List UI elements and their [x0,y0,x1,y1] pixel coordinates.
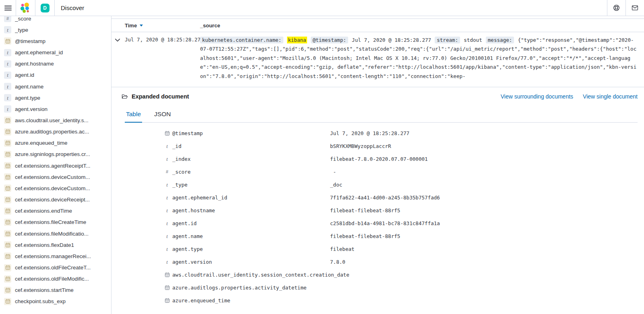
menu-button[interactable] [0,0,16,16]
field-label: cef.extensions.agentReceiptT... [15,163,91,169]
sidebar-field-item[interactable]: cef.extensions.oldFileCreateT... [0,262,111,273]
string-type-icon: t [164,208,170,213]
field-label: azure.signinlogs.properties.cr... [15,151,90,157]
doc-field-row: @timestampJul 7, 2020 @ 18:25:28.277 [111,127,644,140]
space-selector[interactable]: D [35,0,54,16]
doc-field-name: azure.auditlogs.properties.activity_date… [172,285,330,291]
highlighted-term: kibana [287,37,307,43]
sidebar-field-item[interactable]: cef.extensions.deviceReceipt... [0,194,111,205]
view-surrounding-documents-link[interactable]: View surrounding documents [501,93,573,100]
doc-field-value: Jul 7, 2020 @ 18:25:28.277 [330,130,409,136]
string-type-icon: t [164,182,170,187]
doc-field-name: agent.version [172,259,330,265]
sidebar-field-item[interactable]: cef.extensions.deviceCustom... [0,171,111,183]
source-text: stdout [464,37,482,43]
sidebar-field-item[interactable]: tagent.ephemeral_id [0,47,111,58]
tab-table[interactable]: Table [125,111,142,123]
doc-field-row: t_indexfilebeat-7.8.0-2020.07.07-000001 [111,152,644,165]
help-icon [613,4,620,11]
field-label: azure.auditlogs.properties.ac... [15,129,89,135]
doc-viewer-table: @timestampJul 7, 2020 @ 18:25:28.277t_id… [111,123,644,307]
doc-field-name: _index [172,156,330,162]
tab-json[interactable]: JSON [153,111,172,122]
doc-field-value: c2581dbd-b14a-4981-bc78-831c847ffa1a [330,220,440,226]
date-type-icon [4,37,11,45]
sidebar-field-item[interactable]: tagent.hostname [0,58,111,70]
sidebar-field-item[interactable]: cef.extensions.deviceCustom... [0,183,111,194]
sidebar-field-item[interactable]: azure.signinlogs.properties.cr... [0,149,111,160]
space-avatar: D [41,4,50,12]
folder-open-icon [122,93,128,100]
doc-field-row: tagent.ephemeral_id7f1fa622-4a41-4d00-a2… [111,191,644,204]
help-button[interactable] [607,0,625,16]
field-label: checkpoint.subs_exp [15,298,66,304]
discover-main: Time _source Jul 7, 2020 @ 18:25:28.277 … [111,16,644,314]
field-label: cef.extensions.deviceCustom... [15,174,90,180]
time-column-header[interactable]: Time [125,23,200,29]
date-type-icon [164,272,170,277]
doc-field-value: filebeat-filebeat-88rf5 [330,207,400,213]
doc-field-name: @timestamp [172,130,330,136]
elastic-logo[interactable] [16,0,35,16]
doc-field-row: tagent.idc2581dbd-b14a-4981-bc78-831c847… [111,217,644,230]
date-type-icon [4,173,11,181]
date-type-icon [4,252,11,260]
doc-field-value: - [330,169,336,175]
string-type-icon: t [4,60,11,68]
source-field-badge: stream: [435,37,460,43]
doc-field-name: _score [172,169,330,175]
field-label: agent.hostname [15,61,54,67]
doc-field-row: #_score - [111,165,644,178]
hamburger-icon [4,6,12,10]
sidebar-field-item[interactable]: t_type [0,24,111,35]
doc-field-name: agent.name [172,233,330,239]
sidebar-field-item[interactable]: tagent.id [0,70,111,81]
sidebar-field-item[interactable]: #_score [0,16,111,24]
sidebar-field-item[interactable]: cef.extensions.fileModificatio... [0,228,111,239]
collapse-row-button[interactable] [111,36,125,81]
time-header-label: Time [125,23,137,29]
string-type-icon: t [164,246,170,252]
view-single-document-link[interactable]: View single document [583,93,638,100]
string-type-icon: t [4,83,11,90]
field-label: cef.extensions.deviceCustom... [15,185,90,191]
sidebar-field-item[interactable]: cef.extensions.flexDate1 [0,239,111,250]
fields-sidebar: #_scoret_type@timestamptagent.ephemeral_… [0,16,111,314]
doc-field-name: agent.type [172,246,330,252]
string-type-icon: t [164,144,170,149]
sidebar-field-item[interactable]: cef.extensions.managerRecei... [0,250,111,262]
newsfeed-button[interactable] [626,0,644,16]
sidebar-field-item[interactable]: azure.auditlogs.properties.ac... [0,126,111,138]
date-type-icon [4,287,11,294]
sidebar-field-item[interactable]: azure.enqueued_time [0,138,111,149]
sidebar-field-item[interactable]: tagent.version [0,103,111,115]
sidebar-field-item[interactable]: aws.cloudtrail.user_identity.s... [0,115,111,126]
document-row: Jul 7, 2020 @ 18:25:28.277 kubernetes.co… [111,32,644,87]
doc-field-row: tagent.namefilebeat-filebeat-88rf5 [111,230,644,242]
field-label: cef.extensions.fileModificatio... [15,231,89,237]
number-type-icon: # [4,16,11,22]
date-type-icon [4,207,11,215]
sidebar-field-item[interactable]: cef.extensions.fileCreateTime [0,217,111,228]
document-time-cell: Jul 7, 2020 @ 18:25:28.277 [125,36,200,81]
sidebar-field-item[interactable]: tagent.name [0,81,111,92]
doc-field-value: 7f1fa622-4a41-4d00-a245-8b35b757fad6 [330,195,440,201]
doc-field-value: filebeat-filebeat-88rf5 [330,233,400,239]
field-label: cef.extensions.startTime [15,287,74,293]
doc-field-value: _doc [330,182,342,188]
source-column-header: _source [200,23,220,29]
sidebar-field-item[interactable]: @timestamp [0,35,111,47]
sidebar-field-item[interactable]: cef.extensions.endTime [0,205,111,217]
date-type-icon [164,131,170,136]
sidebar-field-item[interactable]: cef.extensions.startTime [0,285,111,296]
date-type-icon [4,151,11,158]
doc-field-name: agent.ephemeral_id [172,195,330,201]
string-type-icon: t [164,234,170,239]
sidebar-field-item[interactable]: checkpoint.subs_exp [0,296,111,307]
sidebar-field-item[interactable]: cef.extensions.oldFileModific... [0,273,111,285]
field-label: cef.extensions.endTime [15,208,72,214]
string-type-icon: t [164,221,170,226]
date-type-icon [164,285,170,290]
sidebar-field-item[interactable]: tagent.type [0,92,111,103]
sidebar-field-item[interactable]: cef.extensions.agentReceiptT... [0,160,111,171]
